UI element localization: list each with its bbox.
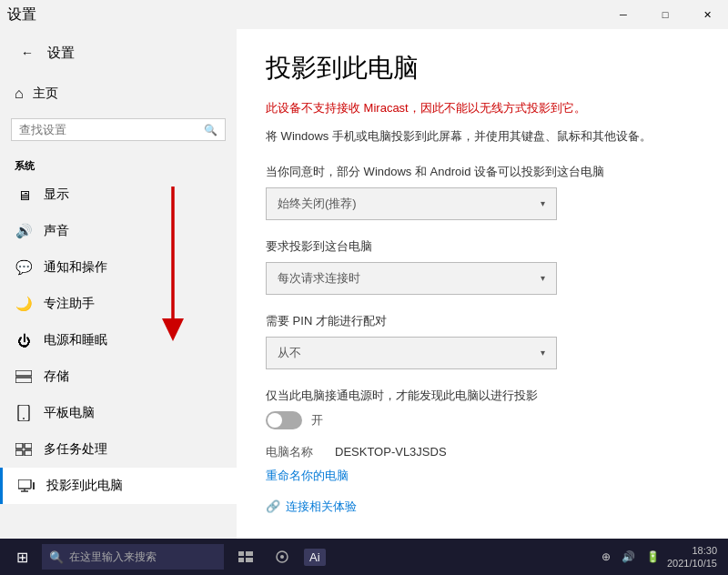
back-button[interactable]: ←	[15, 40, 40, 66]
power-icon: ⏻	[15, 331, 33, 349]
svg-rect-7	[25, 450, 32, 456]
taskbar-clock[interactable]: 18:30 2021/10/15	[667, 544, 717, 570]
dropdown1-value: 始终关闭(推荐)	[278, 196, 357, 212]
section4-label: 仅当此电脑接通电源时，才能发现此电脑以进行投影	[266, 388, 699, 404]
dropdown3-value: 从不	[278, 345, 301, 361]
power-label: 电源和睡眠	[44, 332, 107, 348]
taskbar-search[interactable]: 🔍 在这里输入来搜索	[42, 544, 224, 570]
toggle-row: 开	[266, 411, 699, 429]
pc-name-key: 电脑名称	[266, 444, 313, 460]
svg-rect-21	[246, 558, 253, 562]
tablet-label: 平板电脑	[44, 405, 95, 421]
warning-text: 此设备不支持接收 Miracast，因此不能以无线方式投影到它。	[266, 100, 699, 116]
notifications-label: 通知和操作	[44, 259, 107, 276]
svg-rect-0	[15, 370, 32, 376]
bottom-link-label: 连接相关体验	[286, 499, 357, 515]
svg-rect-5	[25, 443, 32, 449]
title-bar: 设置 ─ □ ✕	[0, 0, 728, 29]
sidebar-item-multitask[interactable]: 多任务处理	[0, 431, 237, 468]
search-input[interactable]	[19, 123, 198, 136]
project-label: 投影到此电脑	[46, 478, 123, 494]
taskbar-settings-pinned[interactable]	[266, 540, 298, 573]
display-icon: 🖥	[15, 186, 33, 204]
network-icon[interactable]: ⊕	[598, 550, 614, 563]
section1-label: 当你同意时，部分 Windows 和 Android 设备可以投影到这台电脑	[266, 164, 699, 180]
display-label: 显示	[44, 187, 69, 203]
sidebar-item-notifications[interactable]: 💬 通知和操作	[0, 249, 237, 286]
sidebar-item-sound[interactable]: 🔊 声音	[0, 213, 237, 249]
storage-icon	[15, 368, 33, 386]
svg-point-3	[23, 418, 25, 419]
home-label: 主页	[33, 86, 58, 102]
close-button[interactable]: ✕	[686, 0, 728, 29]
dropdown2-value: 每次请求连接时	[278, 270, 360, 287]
svg-rect-6	[15, 450, 23, 456]
taskbar-search-icon: 🔍	[49, 550, 64, 564]
tablet-icon	[15, 404, 33, 422]
taskbar: ⊞ 🔍 在这里输入来搜索 Ai ⊕ 🔊 🔋 18:30 2021/10/15	[0, 539, 728, 575]
title-bar-title: 设置	[7, 5, 36, 25]
dropdown1[interactable]: 始终关闭(推荐) ▾	[266, 187, 557, 220]
app-body: ← 设置 ⌂ 主页 🔍 系统 🖥 显示 🔊 声音 💬 通知和操作 🌙 专注助手	[0, 29, 728, 539]
taskbar-ai-label[interactable]: Ai	[304, 549, 326, 566]
sidebar-nav-top: ← 设置	[0, 29, 237, 76]
sidebar-item-power[interactable]: ⏻ 电源和睡眠	[0, 322, 237, 358]
svg-rect-1	[15, 378, 32, 383]
notifications-icon: 💬	[15, 258, 33, 277]
minimize-button[interactable]: ─	[602, 0, 644, 29]
svg-rect-20	[238, 558, 244, 562]
home-icon: ⌂	[15, 86, 24, 102]
bottom-link[interactable]: 🔗 连接相关体验	[266, 499, 699, 515]
bottom-link-icon: 🔗	[266, 499, 280, 513]
title-bar-left: 设置	[7, 5, 36, 25]
svg-rect-18	[238, 551, 244, 556]
taskbar-right: ⊕ 🔊 🔋 18:30 2021/10/15	[598, 544, 724, 570]
pc-name-row: 电脑名称 DESKTOP-VL3JSDS	[266, 444, 699, 460]
title-bar-controls: ─ □ ✕	[602, 0, 728, 29]
toggle-label: 开	[311, 412, 323, 429]
volume-icon[interactable]: 🔊	[618, 550, 639, 563]
start-button[interactable]: ⊞	[4, 540, 40, 573]
search-box[interactable]: 🔍	[11, 118, 226, 141]
rename-link[interactable]: 重命名你的电脑	[266, 468, 699, 484]
description-text: 将 Windows 手机或电脑投影到此屏幕，并使用其键盘、鼠标和其他设备。	[266, 127, 699, 146]
svg-rect-4	[15, 443, 23, 449]
sidebar-item-project[interactable]: 投影到此电脑	[0, 468, 237, 504]
dropdown2-arrow: ▾	[541, 273, 545, 283]
svg-rect-8	[18, 479, 31, 489]
dropdown3-arrow: ▾	[541, 348, 545, 358]
sound-label: 声音	[44, 223, 69, 239]
taskbar-time-line1: 18:30	[667, 544, 717, 557]
section3-label: 需要 PIN 才能进行配对	[266, 313, 699, 329]
dropdown2[interactable]: 每次请求连接时 ▾	[266, 262, 557, 295]
page-title: 投影到此电脑	[266, 51, 699, 86]
taskbar-icons	[229, 540, 298, 573]
section2-label: 要求投影到这台电脑	[266, 238, 699, 255]
content-panel: 投影到此电脑 此设备不支持接收 Miracast，因此不能以无线方式投影到它。 …	[237, 29, 728, 539]
sidebar-item-storage[interactable]: 存储	[0, 358, 237, 395]
project-icon	[17, 477, 35, 495]
sidebar-app-title: 设置	[47, 45, 75, 62]
toggle-knob	[268, 413, 282, 428]
sidebar-item-tablet[interactable]: 平板电脑	[0, 395, 237, 431]
taskbar-time-line2: 2021/10/15	[667, 557, 717, 570]
section-label: 系统	[0, 148, 237, 177]
storage-label: 存储	[44, 368, 69, 385]
svg-rect-11	[33, 482, 35, 489]
maximize-button[interactable]: □	[644, 0, 686, 29]
sidebar-item-focus[interactable]: 🌙 专注助手	[0, 286, 237, 322]
battery-icon[interactable]: 🔋	[642, 550, 663, 563]
focus-label: 专注助手	[44, 296, 95, 312]
dropdown1-arrow: ▾	[541, 198, 545, 208]
dropdown3[interactable]: 从不 ▾	[266, 337, 557, 369]
taskbar-search-placeholder: 在这里输入来搜索	[69, 550, 157, 565]
sidebar: ← 设置 ⌂ 主页 🔍 系统 🖥 显示 🔊 声音 💬 通知和操作 🌙 专注助手	[0, 29, 237, 539]
focus-icon: 🌙	[15, 295, 33, 313]
svg-rect-19	[246, 551, 253, 556]
pc-name-val: DESKTOP-VL3JSDS	[335, 445, 447, 459]
multitask-label: 多任务处理	[44, 441, 107, 458]
sidebar-item-display[interactable]: 🖥 显示	[0, 177, 237, 213]
taskbar-taskview[interactable]	[229, 540, 262, 573]
sidebar-item-home[interactable]: ⌂ 主页	[0, 76, 237, 111]
power-toggle[interactable]	[266, 411, 302, 429]
